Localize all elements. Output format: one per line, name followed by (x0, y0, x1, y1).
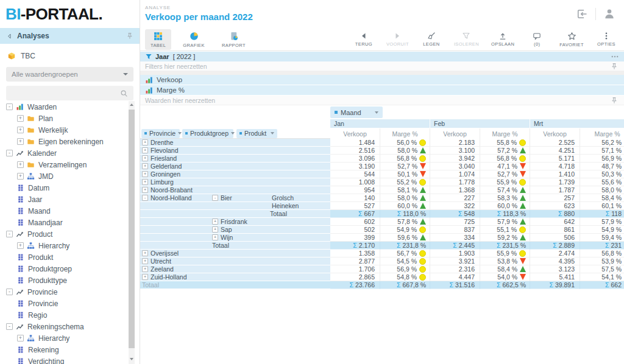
expand-toggle[interactable]: + (142, 187, 148, 193)
action-opties[interactable]: OPTIES (596, 32, 617, 47)
measure-column-header[interactable]: Marge % (380, 128, 430, 139)
tree-expander[interactable]: + (17, 115, 24, 122)
row-header-cell[interactable]: +Noord-Brabant (140, 186, 210, 194)
exit-icon[interactable] (576, 8, 588, 20)
sidebar-item-waarden[interactable]: -Waarden (0, 101, 127, 113)
value-group-select[interactable]: Alle waardengroepen (6, 67, 133, 82)
scroll-down-button[interactable] (129, 355, 135, 363)
measure-column-header[interactable]: Verkoop (530, 128, 580, 139)
scroll-up-button[interactable] (129, 101, 135, 108)
row-field-pill-provincie[interactable]: Provincie (141, 129, 180, 138)
month-header-jan[interactable]: Jan (330, 119, 430, 128)
row-header-cell[interactable]: +Groningen (140, 170, 210, 178)
measure-column-header[interactable]: Verkoop (430, 128, 480, 139)
expand-toggle[interactable]: + (212, 219, 218, 225)
sidebar-item-eigen-berekeningen[interactable]: +Eigen berekeningen (0, 136, 127, 147)
chevron-left-icon[interactable] (6, 33, 13, 40)
row-header-cell[interactable]: +Flevoland (140, 147, 210, 155)
column-field-pill[interactable]: Maand (330, 107, 383, 118)
expand-toggle[interactable]: + (142, 147, 148, 153)
sidebar-item-provincie[interactable]: Provincie (0, 298, 127, 309)
search-input[interactable] (12, 89, 120, 97)
sidebar-item-maand[interactable]: Maand (0, 205, 127, 217)
tree-expander[interactable]: + (17, 173, 24, 180)
expand-toggle[interactable]: - (142, 195, 148, 201)
sidebar-item-datum[interactable]: Datum (0, 182, 127, 194)
sidebar-item-maandjaar[interactable]: Maandjaar (0, 217, 127, 228)
view-tab-grafiek[interactable]: GRAFIEK (177, 29, 210, 50)
action-vooruit[interactable]: VOORUIT (386, 32, 409, 47)
row-field-pill-produktgroep[interactable]: Produktgroep (182, 129, 233, 138)
pin-icon[interactable] (126, 32, 133, 40)
tree-expander[interactable]: - (6, 150, 13, 156)
sidebar-item-hierarchy[interactable]: +Hierarchy (0, 332, 127, 344)
measure-column-header[interactable]: Marge % (480, 128, 530, 139)
sidebar-item-produktgroep[interactable]: Produktgroep (0, 263, 127, 275)
action-0[interactable]: (0) (526, 32, 547, 47)
sidebar-item-produkt[interactable]: Produkt (0, 251, 127, 263)
expand-toggle[interactable]: + (142, 139, 148, 145)
measure-column-header[interactable]: Verkoop (330, 128, 380, 139)
row-header-cell[interactable]: +Drenthe (140, 139, 210, 147)
tree-expander[interactable]: + (17, 161, 24, 168)
row-header-cell[interactable]: +Limburg (140, 178, 210, 186)
tree-expander[interactable]: + (17, 242, 24, 249)
action-legen[interactable]: LEGEN (421, 32, 442, 47)
tree-expander[interactable]: + (17, 335, 24, 341)
row-header-cell[interactable]: Totaal (140, 281, 210, 289)
action-favoriet[interactable]: FAVORIET (559, 32, 584, 47)
month-header-feb[interactable]: Feb (430, 119, 530, 128)
sidebar-item-provincie[interactable]: -Provincie (0, 286, 127, 298)
sidebar-item-werkelijk[interactable]: +Werkelijk (0, 124, 127, 136)
row-header-cell[interactable]: -Bier (210, 194, 268, 202)
sidebar-item-product[interactable]: -Product (0, 228, 127, 240)
expand-toggle[interactable]: + (142, 179, 148, 185)
sidebar-item-regio[interactable]: Regio (0, 309, 127, 321)
sidebar-item-kalender[interactable]: -Kalender (0, 147, 127, 159)
row-header-cell[interactable]: +Frisdrank (210, 218, 268, 226)
pin-icon[interactable] (611, 63, 618, 70)
more-options-icon[interactable] (611, 52, 619, 61)
expand-toggle[interactable]: + (142, 274, 148, 280)
tree-expander[interactable]: + (17, 138, 24, 145)
row-header-cell[interactable]: Heineken (268, 202, 330, 210)
sidebar-item-produkttype[interactable]: Produkttype (0, 275, 127, 286)
row-header-cell[interactable]: -Noord-Holland (140, 194, 210, 202)
row-header-cell[interactable]: Totaal (268, 210, 330, 218)
row-header-cell[interactable]: +Gelderland (140, 163, 210, 170)
sidebar-item-verzamelingen[interactable]: +Verzamelingen (0, 159, 127, 170)
values-dropzone[interactable]: Waarden hier neerzetten (140, 96, 624, 105)
sidebar-item-verdichting[interactable]: Verdichting (0, 355, 127, 364)
sidebar-item-jmd[interactable]: +JMD (0, 170, 127, 182)
row-header-cell[interactable]: +Zuid-Holland (140, 273, 210, 281)
tree-expander[interactable]: - (6, 231, 13, 237)
row-header-cell[interactable]: Totaal (210, 242, 268, 250)
sidebar-item-plan[interactable]: +Plan (0, 113, 127, 124)
tree-expander[interactable]: - (6, 289, 13, 295)
action-isoleren[interactable]: ISOLEREN (454, 32, 479, 47)
row-header-cell[interactable]: +Wijn (210, 234, 268, 242)
user-icon[interactable] (603, 8, 615, 20)
tree-expander[interactable]: + (17, 127, 24, 133)
tree-scrollbar[interactable] (129, 101, 135, 364)
action-terug[interactable]: TERUG (353, 32, 374, 47)
row-header-cell[interactable]: +Zeeland (140, 265, 210, 273)
row-header-cell[interactable]: Grolsch (268, 194, 330, 202)
pin-icon[interactable] (611, 97, 618, 104)
measure-verkoop[interactable]: Verkoop (140, 75, 624, 85)
expand-toggle[interactable]: + (212, 234, 218, 240)
measure-column-header[interactable]: Marge % (580, 128, 624, 139)
measure-marge[interactable]: Marge % (140, 85, 624, 96)
sidebar-item-rekening[interactable]: Rekening (0, 344, 127, 355)
row-field-pill-produkt[interactable]: Produkt (236, 129, 277, 138)
expand-toggle[interactable]: + (142, 155, 148, 161)
sidebar-item-hierarchy[interactable]: +Hierarchy (0, 240, 127, 251)
tree-expander[interactable]: - (6, 323, 13, 330)
row-header-cell[interactable]: +Sap (210, 226, 268, 234)
filter-bar[interactable]: Jaar [ 2022 ] (140, 52, 624, 61)
row-header-cell[interactable]: +Overijssel (140, 250, 210, 257)
expand-toggle[interactable]: + (142, 266, 148, 272)
filters-dropzone[interactable]: Filters hier neerzetten (140, 61, 624, 71)
view-tab-tabel[interactable]: TABEL (145, 29, 171, 50)
row-header-cell[interactable]: +Utrecht (140, 257, 210, 265)
